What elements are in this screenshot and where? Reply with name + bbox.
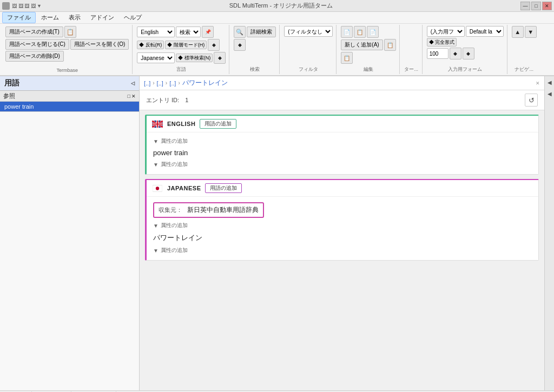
zoom-input[interactable]	[427, 48, 449, 59]
content-wrapper: [..] › [..] › [..] › パワートレイン ✕ エントリ ID: …	[140, 76, 544, 390]
form-select-1[interactable]: (入力用フォ	[427, 26, 465, 37]
hierarchy-button[interactable]: ◆ 階層モード(H)	[165, 41, 207, 49]
ribbon-row-1: 用語ベースの作成(T) 📋	[5, 26, 76, 38]
breadcrumb-current: パワートレイン	[182, 78, 228, 88]
lang-icon-2[interactable]: ◆	[214, 52, 226, 64]
content-header: エントリ ID: 1 ↺	[140, 90, 544, 110]
content-area: エントリ ID: 1 ↺	[140, 90, 544, 390]
sidebar-title: 用語 ◁	[0, 76, 139, 91]
maximize-button[interactable]: □	[531, 2, 541, 10]
svg-rect-12	[152, 123, 163, 124]
sidebar-section-controls: □ ✕	[128, 94, 136, 99]
sidebar-title-text: 用語	[4, 78, 19, 88]
nav-down-icon[interactable]: ▼	[525, 26, 537, 38]
breadcrumb-close-icon[interactable]: ✕	[536, 81, 540, 86]
breadcrumb-part-1[interactable]: [..]	[144, 80, 150, 87]
filter-row-1: (フィルタなし)	[284, 26, 333, 37]
ribbon-label-search: 検索	[234, 65, 276, 73]
source-field-container: 収集元： 新日英中自動車用語辞典	[153, 200, 532, 220]
title-bar-controls[interactable]: — □ ✕	[520, 2, 552, 10]
close-button[interactable]: ✕	[542, 2, 552, 10]
edit-icon-1[interactable]: 📄	[341, 26, 353, 38]
menu-home[interactable]: ホーム	[37, 12, 63, 23]
ribbon-top: 用語ベースの作成(T) 📋 用語ベースを閉じる(C) 用語ベースを開く(O) 用…	[0, 24, 554, 75]
language-select-japanese[interactable]: Japanese English	[137, 52, 175, 63]
breadcrumb-bar: [..] › [..] › [..] › パワートレイン ✕	[140, 76, 544, 90]
ribbon-group-termbase: 用語ベースの作成(T) 📋 用語ベースを閉じる(C) 用語ベースを開く(O) 用…	[2, 25, 133, 74]
japanese-flag	[152, 184, 163, 192]
ribbon-group-form: (入力用フォ Default la ◆ 完全形式 ◆ ◆ 入力用フォーム	[424, 25, 507, 74]
menu-addin[interactable]: アドイン	[86, 12, 118, 23]
filter-select[interactable]: (フィルタなし)	[284, 26, 333, 37]
sidebar-item-power-train[interactable]: power train	[0, 102, 139, 111]
japanese-add-term-button[interactable]: 用語の追加	[205, 183, 242, 193]
right-panel: ◀ ◀	[544, 76, 554, 390]
lang-icon-1[interactable]: ◆	[208, 39, 220, 51]
reverse-button[interactable]: ◆ 反転(R)	[137, 41, 164, 49]
title-bar-extra-icons: 🖼 🖼 🖼 🖼 ▼	[12, 3, 42, 9]
close-termbase-button[interactable]: 用語ベースを閉じる(C)	[5, 39, 69, 50]
termbase-icon-btn[interactable]: 📋	[64, 26, 76, 38]
english-lang-name: ENGLISH	[167, 121, 195, 127]
ribbon-group-language: English Japanese 検索 📌 ◆ 反転(R) ◆ 階層モード(H)…	[134, 25, 229, 74]
edit-icon-2[interactable]: 📋	[354, 26, 366, 38]
right-panel-btn-1[interactable]: ◀	[545, 77, 553, 88]
advanced-search-button[interactable]: 詳細検索	[247, 26, 276, 37]
edit-icon-5[interactable]: 📋	[341, 52, 353, 64]
search-extra-icon[interactable]: ◆	[234, 39, 246, 51]
japanese-attr-add-1[interactable]: ▼ 属性の追加	[153, 222, 532, 229]
zoom-icon-1[interactable]: ◆	[450, 48, 461, 59]
full-form-button[interactable]: ◆ 完全形式	[427, 38, 457, 46]
window-title: SDL MultiTerm - オリジナル用語ターム	[42, 2, 520, 10]
form-select-2[interactable]: Default la	[466, 26, 504, 37]
ribbon-label-edit: 編集	[341, 65, 395, 73]
search-icon-btn[interactable]: 🔍	[234, 26, 246, 38]
delete-termbase-button[interactable]: 用語ベースの削除(D)	[5, 51, 64, 62]
japanese-term-text: パワートレイン	[153, 231, 532, 245]
add-new-button[interactable]: 新しく追加(A)	[341, 39, 382, 50]
edit-icon-3[interactable]: 📄	[367, 26, 379, 38]
breadcrumb-part-3[interactable]: [..]	[169, 80, 176, 87]
english-attr-add-2[interactable]: ▼ 属性の追加	[153, 161, 532, 168]
ribbon-group-search: 🔍 詳細検索 ◆ 検索	[230, 25, 280, 74]
language-select-english[interactable]: English Japanese	[137, 26, 175, 37]
open-termbase-button[interactable]: 用語ベースを開く(O)	[70, 39, 129, 50]
breadcrumb-divider-2: ›	[166, 80, 167, 86]
right-panel-btn-2[interactable]: ◀	[545, 89, 553, 99]
sidebar-section-reference: 参照 □ ✕ power train	[0, 91, 139, 112]
sidebar-section-label: 参照	[3, 92, 15, 100]
sidebar-collapse-button[interactable]: ◁	[131, 81, 135, 86]
search-type-select[interactable]: 検索	[176, 26, 201, 37]
edit-row-1: 📄 📋 📄	[341, 26, 379, 38]
sidebar-section-close[interactable]: ✕	[131, 94, 136, 99]
search-row-2: ◆	[234, 39, 246, 51]
english-add-term-button[interactable]: 用語の追加	[200, 119, 236, 129]
menu-view[interactable]: 表示	[64, 12, 85, 23]
english-card: ENGLISH 用語の追加 ▼ 属性の追加 power train ▼ 属性の追…	[145, 115, 539, 175]
zoom-icon-2[interactable]: ◆	[463, 48, 474, 59]
english-card-body: ▼ 属性の追加 power train ▼ 属性の追加	[147, 132, 538, 174]
english-attr-add-1[interactable]: ▼ 属性の追加	[153, 137, 532, 145]
menu-help[interactable]: ヘルプ	[120, 12, 146, 23]
main-layout: 用語 ◁ 参照 □ ✕ power train [..] › [..] › [.…	[0, 76, 554, 390]
jp-flag-svg	[153, 185, 162, 192]
minimize-button[interactable]: —	[520, 2, 530, 10]
ribbon: 用語ベースの作成(T) 📋 用語ベースを閉じる(C) 用語ベースを開く(O) 用…	[0, 24, 554, 76]
source-label: 収集元：	[159, 207, 182, 213]
title-bar-icons: 🖼 🖼 🖼 🖼 ▼	[2, 2, 42, 10]
nav-up-icon[interactable]: ▲	[512, 26, 524, 38]
edit-icon-4[interactable]: 📋	[384, 39, 396, 51]
ribbon-label-form: 入力用フォーム	[427, 65, 504, 73]
pin-icon[interactable]: 📌	[202, 26, 214, 38]
japanese-attr-arrow-1: ▼	[153, 223, 159, 229]
sidebar-section-icon1[interactable]: □	[128, 94, 130, 99]
entry-id-value: 1	[185, 97, 188, 103]
japanese-attr-add-2[interactable]: ▼ 属性の追加	[153, 247, 532, 254]
create-termbase-button[interactable]: 用語ベースの作成(T)	[5, 26, 63, 37]
standard-search-button[interactable]: ◆ 標準検索(N)	[176, 54, 213, 62]
entry-id-label: エントリ ID: 1	[146, 96, 188, 104]
menu-file[interactable]: ファイル	[2, 12, 36, 23]
breadcrumb-part-2[interactable]: [..]	[157, 80, 163, 87]
english-attr-arrow-1: ▼	[153, 138, 159, 144]
undo-button[interactable]: ↺	[525, 94, 538, 107]
